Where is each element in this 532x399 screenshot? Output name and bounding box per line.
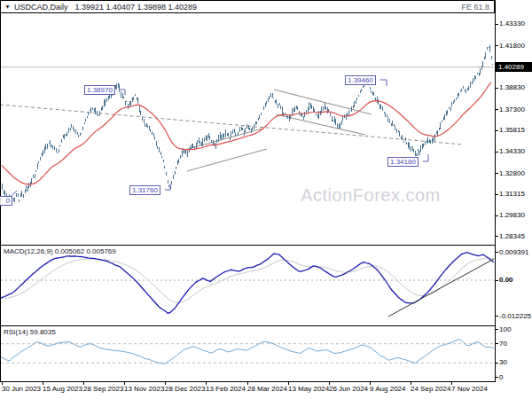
ohlc-readout: 1.39921 1.40407 1.39898 1.40289 (74, 3, 197, 12)
swing-label[interactable]: 0 (0, 196, 12, 206)
symbol-name: USDCAD,Daily (14, 3, 68, 12)
swing-label[interactable]: 1.38970 (84, 85, 115, 95)
macd-trendline (388, 259, 494, 317)
macd-label: MACD(12,26,9) 0.005062 0.005769 (4, 247, 116, 255)
swing-connector (380, 80, 387, 86)
swing-connector (423, 154, 428, 161)
chart-titlebar: ▼ USDCAD,Daily 1.39921 1.40407 1.39898 1… (0, 0, 495, 13)
macd-line (1, 253, 494, 313)
channel-line (187, 149, 267, 171)
swing-connector (165, 184, 170, 190)
swing-label[interactable]: 1.34180 (387, 157, 419, 167)
chart-window: ▼ USDCAD,Daily 1.39921 1.40407 1.39898 1… (0, 0, 532, 399)
swing-label[interactable]: 1.39460 (345, 75, 376, 85)
symbol-dropdown-icon[interactable]: ▼ (4, 4, 11, 10)
macd-signal-line (1, 258, 494, 302)
swing-label[interactable]: 1.31760 (129, 185, 160, 195)
channel-line (274, 90, 372, 114)
pane-border-bottom (0, 381, 496, 382)
rsi-label: RSI(14) 59.8035 (4, 328, 56, 336)
candles-wicks (3, 45, 493, 205)
falling-trendline (0, 105, 463, 145)
fe-extension-label: FE 61.8 (461, 3, 490, 12)
watermark: ActionForex.com (300, 185, 442, 206)
chart-canvas[interactable] (0, 0, 532, 399)
pane-separator-macd (0, 245, 496, 246)
pane-separator-rsi (0, 325, 496, 326)
rsi-line (1, 340, 494, 364)
